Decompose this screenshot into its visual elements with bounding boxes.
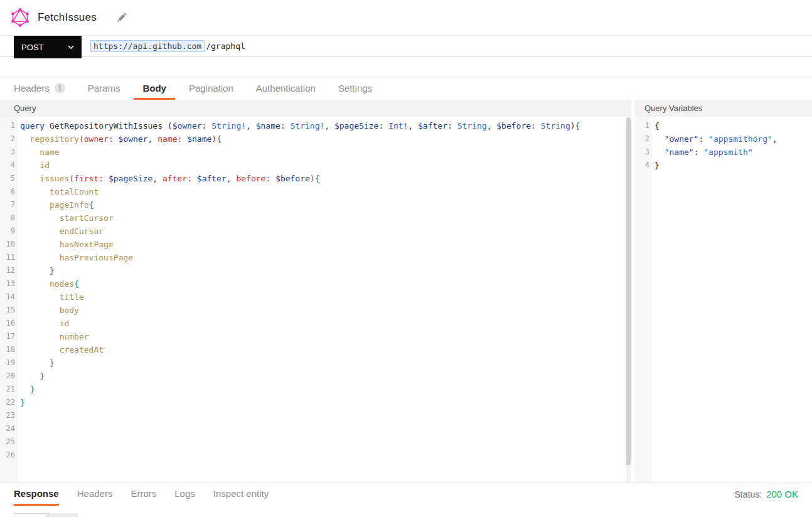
code-text: }	[20, 356, 55, 370]
response-tab-bar: Response Headers Errors Logs Inspect ent…	[14, 483, 812, 506]
code-text: "name": "appsmith"	[654, 146, 753, 159]
line-number: 5	[0, 172, 15, 185]
url-path[interactable]: /graphql	[206, 41, 245, 51]
tab-label: Response	[14, 488, 59, 499]
line-number: 20	[0, 370, 15, 383]
line-number: 6	[0, 185, 15, 198]
code-line: 12 }	[0, 264, 631, 277]
tab-response-headers[interactable]: Headers	[77, 483, 113, 506]
url-host-chip[interactable]: https://api.github.com	[90, 40, 205, 52]
line-number: 22	[0, 396, 15, 409]
code-text: nodes{	[20, 277, 79, 290]
code-line: 2 repository(owner: $owner, name: $name)…	[0, 132, 631, 146]
tab-authentication[interactable]: Authentication	[247, 78, 324, 100]
code-line: 4}	[634, 159, 812, 172]
code-text: issues(first: $pageSize, after: $after, …	[20, 172, 320, 185]
tab-pagination[interactable]: Pagination	[180, 78, 242, 100]
line-number: 19	[0, 356, 15, 370]
code-text: id	[20, 159, 50, 172]
query-variables-title: Query Variables	[644, 104, 702, 113]
line-number: 9	[0, 225, 15, 238]
code-text: hasNextPage	[20, 238, 114, 251]
code-line: 17 number	[0, 330, 631, 343]
tab-settings[interactable]: Settings	[329, 78, 381, 100]
code-text: totalCount	[20, 185, 99, 198]
code-line: 23	[0, 409, 631, 422]
http-method-select[interactable]: POST	[14, 36, 82, 58]
query-panel-header: Query	[0, 100, 631, 117]
code-line: 5 issues(first: $pageSize, after: $after…	[0, 172, 631, 185]
line-number: 24	[0, 422, 15, 435]
line-number: 11	[0, 251, 15, 264]
graphql-query-editor[interactable]: 1query GetRepositoryWithIssues ($owner: …	[0, 117, 631, 482]
tab-params[interactable]: Params	[79, 78, 129, 100]
response-section: Response Headers Errors Logs Inspect ent…	[0, 483, 812, 517]
tab-label: Body	[142, 83, 166, 93]
spacer	[0, 57, 812, 77]
tab-label: Settings	[338, 83, 372, 93]
code-line: 9 endCursor	[0, 225, 631, 238]
response-view-toggle-right[interactable]	[47, 513, 78, 517]
line-number: 18	[0, 343, 15, 356]
code-text: repository(owner: $owner, name: $name){	[20, 132, 222, 146]
tab-errors[interactable]: Errors	[131, 483, 156, 506]
code-line: 22}	[0, 396, 631, 409]
code-line: 15 body	[0, 304, 631, 317]
code-text: pageInfo{	[20, 198, 93, 211]
code-text: createdAt	[20, 343, 104, 356]
body-editors: Query 1query GetRepositoryWithIssues ($o…	[0, 100, 812, 482]
tab-headers[interactable]: Headers 1	[5, 78, 74, 100]
edit-name-pencil-icon[interactable]	[115, 11, 128, 24]
query-panel-title: Query	[14, 104, 36, 113]
code-line: 11 hasPreviousPage	[0, 251, 631, 264]
line-number: 1	[634, 119, 649, 132]
line-number: 21	[0, 383, 15, 396]
code-text: }	[20, 396, 25, 409]
tab-response[interactable]: Response	[14, 483, 59, 506]
query-panel: Query 1query GetRepositoryWithIssues ($o…	[0, 100, 631, 482]
code-line: 18 createdAt	[0, 343, 631, 356]
line-number: 15	[0, 304, 15, 317]
code-line: 24	[0, 422, 631, 435]
code-text: name	[20, 146, 60, 159]
code-text: query GetRepositoryWithIssues ($owner: S…	[20, 119, 580, 132]
page-title: FetchIssues	[38, 11, 97, 24]
code-line: 14 title	[0, 290, 631, 304]
code-text: startCursor	[20, 211, 114, 225]
code-text: }	[20, 264, 55, 277]
line-number: 8	[0, 211, 15, 225]
tab-body[interactable]: Body	[134, 78, 175, 100]
request-tab-bar: Headers 1 Params Body Pagination Authent…	[0, 77, 812, 100]
code-line: 3 "name": "appsmith"	[634, 146, 812, 159]
line-number: 17	[0, 330, 15, 343]
url-input[interactable]: https://api.github.com /graphql	[90, 40, 245, 52]
code-text: "owner": "appsmithorg",	[654, 132, 777, 146]
query-variables-editor[interactable]: 1{2 "owner": "appsmithorg",3 "name": "ap…	[634, 117, 812, 482]
tab-logs[interactable]: Logs	[174, 483, 195, 506]
code-line: 13 nodes{	[0, 277, 631, 290]
code-text: body	[20, 304, 79, 317]
code-text: endCursor	[20, 225, 104, 238]
line-number: 12	[0, 264, 15, 277]
line-number: 13	[0, 277, 15, 290]
http-method-value: POST	[21, 43, 43, 52]
tab-label: Params	[88, 83, 120, 93]
line-number: 10	[0, 238, 15, 251]
status-label: Status:	[735, 489, 762, 499]
response-view-toggle-left[interactable]	[14, 513, 47, 517]
request-url-row: POST https://api.github.com /graphql	[0, 35, 812, 57]
code-line: 16 id	[0, 317, 631, 330]
status-value: 200 OK	[766, 489, 798, 499]
graphql-icon	[11, 8, 29, 27]
line-number: 7	[0, 198, 15, 211]
code-line: 19 }	[0, 356, 631, 370]
tab-inspect-entity[interactable]: Inspect entity	[213, 483, 269, 506]
line-number: 1	[0, 119, 15, 132]
response-status: Status: 200 OK	[735, 489, 798, 499]
headers-count-badge: 1	[55, 83, 65, 93]
tab-label: Inspect entity	[213, 488, 269, 499]
code-text: hasPreviousPage	[20, 251, 133, 264]
code-text: }	[654, 159, 660, 172]
tab-label: Logs	[174, 488, 195, 499]
tab-label: Pagination	[189, 83, 233, 93]
